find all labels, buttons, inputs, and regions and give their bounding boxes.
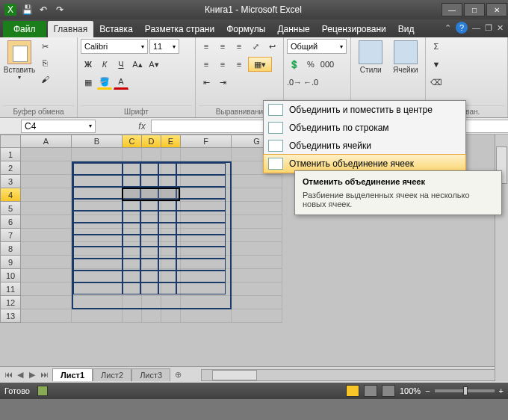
fill-icon[interactable]: ▼ xyxy=(429,57,444,72)
cell[interactable] xyxy=(232,309,282,323)
cell[interactable] xyxy=(72,148,123,161)
row-header[interactable]: 4 xyxy=(0,188,21,202)
cell[interactable] xyxy=(232,175,282,188)
cell[interactable] xyxy=(142,256,161,269)
row-header[interactable]: 3 xyxy=(0,175,21,188)
horizontal-scrollbar[interactable] xyxy=(201,369,508,381)
cell[interactable] xyxy=(142,202,161,215)
help-icon[interactable]: ? xyxy=(456,22,468,34)
select-all-corner[interactable] xyxy=(0,135,21,148)
column-header[interactable]: A xyxy=(21,135,72,148)
cell[interactable] xyxy=(142,175,161,188)
zoom-out-icon[interactable]: − xyxy=(425,386,430,395)
cell[interactable] xyxy=(72,296,123,309)
cell[interactable] xyxy=(72,282,123,296)
cell[interactable] xyxy=(161,269,181,282)
cell[interactable] xyxy=(142,296,161,309)
doc-close-icon[interactable]: ✕ xyxy=(497,23,504,33)
cell[interactable] xyxy=(72,229,123,242)
borders-icon[interactable]: ▦ xyxy=(81,75,96,90)
zoom-in-icon[interactable]: + xyxy=(499,386,504,395)
cell[interactable] xyxy=(161,148,181,161)
cell[interactable] xyxy=(181,309,232,323)
cell[interactable] xyxy=(142,242,161,256)
cell[interactable] xyxy=(181,188,232,202)
cell[interactable] xyxy=(232,242,282,256)
styles-button[interactable]: Стили xyxy=(354,39,388,91)
sheet-last-icon[interactable]: ⏭ xyxy=(39,370,49,380)
cell[interactable] xyxy=(21,242,72,256)
cell[interactable] xyxy=(21,309,72,323)
fx-icon[interactable]: fx xyxy=(133,121,151,132)
cells-area[interactable] xyxy=(21,148,282,323)
tab-view[interactable]: Вид xyxy=(392,21,421,37)
cell[interactable] xyxy=(123,202,142,215)
row-header[interactable]: 7 xyxy=(0,229,21,242)
cell[interactable] xyxy=(161,256,181,269)
cell[interactable] xyxy=(181,269,232,282)
cell[interactable] xyxy=(161,161,181,175)
cell[interactable] xyxy=(181,161,232,175)
cell[interactable] xyxy=(123,229,142,242)
cell[interactable] xyxy=(142,229,161,242)
cell[interactable] xyxy=(123,309,142,323)
clear-icon[interactable]: ⌫ xyxy=(429,75,444,90)
align-middle-icon[interactable]: ≡ xyxy=(215,39,230,54)
cell[interactable] xyxy=(232,256,282,269)
decrease-decimal-icon[interactable]: ←.0 xyxy=(303,75,318,90)
cell[interactable] xyxy=(123,161,142,175)
tab-data[interactable]: Данные xyxy=(271,21,315,37)
cell[interactable] xyxy=(123,296,142,309)
cell[interactable] xyxy=(232,229,282,242)
row-header[interactable]: 2 xyxy=(0,161,21,175)
cell[interactable] xyxy=(161,309,181,323)
cell[interactable] xyxy=(72,242,123,256)
cell[interactable] xyxy=(123,282,142,296)
cell[interactable] xyxy=(161,175,181,188)
cell[interactable] xyxy=(72,269,123,282)
cell[interactable] xyxy=(142,282,161,296)
cell[interactable] xyxy=(161,202,181,215)
cell[interactable] xyxy=(21,175,72,188)
cell[interactable] xyxy=(232,188,282,202)
column-header[interactable]: B xyxy=(72,135,123,148)
hscroll-thumb[interactable] xyxy=(212,370,257,380)
comma-icon[interactable]: 000 xyxy=(320,57,335,72)
cell[interactable] xyxy=(161,296,181,309)
cell[interactable] xyxy=(232,269,282,282)
cell[interactable] xyxy=(232,282,282,296)
cell[interactable] xyxy=(21,148,72,161)
align-right-icon[interactable]: ≡ xyxy=(232,57,247,72)
new-sheet-icon[interactable]: ⊕ xyxy=(170,370,186,380)
cell[interactable] xyxy=(21,188,72,202)
sheet-next-icon[interactable]: ▶ xyxy=(27,370,37,380)
paste-button[interactable]: Вставить ▾ xyxy=(3,39,36,91)
cell[interactable] xyxy=(181,229,232,242)
cell[interactable] xyxy=(142,148,161,161)
sheet-tab-2[interactable]: Лист2 xyxy=(93,368,131,381)
cell[interactable] xyxy=(21,215,72,229)
row-header[interactable]: 13 xyxy=(0,309,21,323)
row-header[interactable]: 6 xyxy=(0,215,21,229)
cell[interactable] xyxy=(161,282,181,296)
cell[interactable] xyxy=(21,202,72,215)
shrink-font-icon[interactable]: A▾ xyxy=(146,57,161,72)
cell[interactable] xyxy=(72,161,123,175)
row-header[interactable]: 8 xyxy=(0,242,21,256)
cell[interactable] xyxy=(123,256,142,269)
tab-page-layout[interactable]: Разметка страни xyxy=(139,21,220,37)
increase-indent-icon[interactable]: ⇥ xyxy=(215,75,230,90)
cell[interactable] xyxy=(161,242,181,256)
cell[interactable] xyxy=(21,229,72,242)
cell[interactable] xyxy=(181,215,232,229)
number-format-combo[interactable]: Общий▾ xyxy=(287,39,347,54)
row-header[interactable]: 5 xyxy=(0,202,21,215)
cell[interactable] xyxy=(123,148,142,161)
zoom-level[interactable]: 100% xyxy=(400,386,421,395)
copy-icon[interactable]: ⎘ xyxy=(37,55,52,70)
macro-record-icon[interactable] xyxy=(37,386,48,396)
merge-across-item[interactable]: Объединить по строкам xyxy=(264,119,465,137)
page-break-view-icon[interactable] xyxy=(382,385,395,397)
undo-icon[interactable]: ↶ xyxy=(37,4,49,16)
cell[interactable] xyxy=(72,256,123,269)
